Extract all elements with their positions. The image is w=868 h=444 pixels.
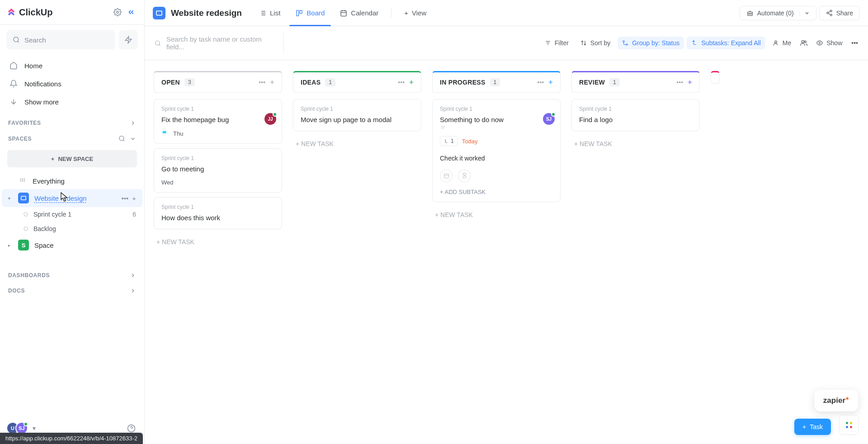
subtask-count[interactable]: 1 xyxy=(440,136,458,146)
section-docs[interactable]: DOCS xyxy=(0,283,144,298)
nav-show-more[interactable]: Show more xyxy=(5,93,140,111)
card-title: Move sign up page to a modal xyxy=(301,115,414,124)
caret-right-icon[interactable]: ▸ xyxy=(8,243,13,248)
section-dashboards[interactable]: DASHBOARDS xyxy=(0,268,144,283)
card-breadcrumb: Sprint cycle 1 xyxy=(440,106,553,112)
assignee-avatar[interactable]: SJ xyxy=(543,113,555,125)
section-spaces[interactable]: SPACES xyxy=(0,131,144,146)
column-more-icon[interactable]: ••• xyxy=(398,79,405,86)
task-card[interactable]: Sprint cycle 1 Something to do now SJ 1 … xyxy=(432,99,561,202)
column-header[interactable]: REVIEW 1 ••• + xyxy=(571,71,700,93)
zapier-widget[interactable]: zapier✶ xyxy=(814,390,858,411)
list-sprint-cycle-1[interactable]: Sprint cycle 1 6 xyxy=(0,207,144,222)
space-more-icon[interactable]: ••• xyxy=(121,194,128,202)
column-more-icon[interactable]: ••• xyxy=(676,79,683,86)
tab-list[interactable]: List xyxy=(253,5,287,21)
task-card[interactable]: Sprint cycle 1 Move sign up page to a mo… xyxy=(293,99,421,131)
column-add-icon[interactable]: + xyxy=(270,78,274,87)
add-view-button[interactable]: + View xyxy=(398,5,433,21)
column-more-icon[interactable]: ••• xyxy=(537,79,544,86)
chevron-right-icon xyxy=(130,272,136,279)
column-header[interactable]: IN PROGRESS 1 ••• + xyxy=(432,71,561,93)
task-card[interactable]: Sprint cycle 1 Go to meeting Wed xyxy=(154,148,282,193)
task-card[interactable]: Sprint cycle 1 Fix the homepage bug JJ T… xyxy=(154,99,282,144)
card-title: Something to do now xyxy=(440,116,504,123)
list-icon xyxy=(259,9,266,17)
chevron-down-icon[interactable] xyxy=(799,10,810,16)
tab-board[interactable]: Board xyxy=(289,5,331,21)
board: OPEN 3 ••• + Sprint cycle 1 Fix the home… xyxy=(145,60,868,444)
settings-icon[interactable] xyxy=(111,5,124,19)
flag-icon[interactable] xyxy=(161,130,169,137)
space-space[interactable]: ▸ S Space xyxy=(2,236,142,254)
space-add-icon[interactable]: + xyxy=(132,194,136,202)
priority-icon[interactable] xyxy=(440,124,553,131)
column-more-icon[interactable]: ••• xyxy=(259,79,265,86)
sort-icon xyxy=(580,40,587,46)
space-website-redesign[interactable]: ▾ Website redesign ••• + xyxy=(2,189,142,207)
card-breadcrumb: Sprint cycle 1 xyxy=(161,106,274,112)
more-toolbar-icon[interactable]: ••• xyxy=(849,37,860,49)
collapse-sidebar-icon[interactable] xyxy=(124,5,138,19)
sort-button[interactable]: Sort by xyxy=(576,37,615,49)
column-add-icon[interactable]: + xyxy=(548,78,553,87)
group-by-button[interactable]: Group by: Status xyxy=(618,37,684,49)
due-date[interactable]: Wed xyxy=(161,179,174,186)
chevron-down-icon[interactable]: ▾ xyxy=(33,425,36,432)
logo-text: ClickUp xyxy=(19,7,52,18)
create-task-fab[interactable]: + Task xyxy=(794,419,831,435)
list-backlog[interactable]: Backlog xyxy=(0,222,144,236)
add-date-icon[interactable] xyxy=(440,170,453,182)
column-count: 1 xyxy=(490,78,500,86)
search-spaces-icon[interactable] xyxy=(118,135,125,142)
users-icon xyxy=(800,39,807,47)
task-card[interactable]: Sprint cycle 1 How does this work xyxy=(154,197,282,229)
search-input[interactable]: Search xyxy=(6,30,115,49)
logo[interactable]: ClickUp xyxy=(6,7,52,18)
chevron-down-icon[interactable] xyxy=(130,136,136,142)
calendar-icon xyxy=(340,9,347,17)
column-header[interactable] xyxy=(711,71,720,84)
tab-calendar[interactable]: Calendar xyxy=(334,5,385,21)
subtask-title[interactable]: Check it worked xyxy=(440,154,553,163)
show-button[interactable]: Show xyxy=(812,37,847,49)
me-button[interactable]: Me xyxy=(768,37,796,49)
due-date[interactable]: Today xyxy=(462,138,478,145)
svg-point-38 xyxy=(623,41,625,43)
new-task-button[interactable]: + NEW TASK xyxy=(571,136,700,152)
task-search-input[interactable]: Search by task name or custom field... xyxy=(153,33,284,53)
new-task-button[interactable]: + NEW TASK xyxy=(293,136,421,152)
column-header[interactable]: OPEN 3 ••• + xyxy=(154,71,282,93)
home-icon xyxy=(9,61,18,70)
assignee-avatar[interactable]: JJ xyxy=(264,113,276,125)
new-task-button[interactable]: + NEW TASK xyxy=(432,207,561,223)
nav-notifications[interactable]: Notifications xyxy=(5,75,140,93)
column-header[interactable]: IDEAS 1 ••• + xyxy=(293,71,421,93)
svg-point-41 xyxy=(802,41,804,43)
subtasks-button[interactable]: Subtasks: Expand All xyxy=(687,37,765,49)
add-time-icon[interactable] xyxy=(458,170,471,182)
svg-point-1 xyxy=(14,37,19,42)
share-button[interactable]: Share xyxy=(819,6,860,20)
due-date[interactable]: Thu xyxy=(173,130,183,137)
new-task-button[interactable]: + NEW TASK xyxy=(154,234,282,250)
apps-fab[interactable] xyxy=(839,415,859,435)
filter-icon xyxy=(545,40,551,46)
space-everything[interactable]: Everything xyxy=(2,173,142,189)
new-space-button[interactable]: + NEW SPACE xyxy=(7,150,137,167)
column-add-icon[interactable]: + xyxy=(409,78,414,87)
svg-line-33 xyxy=(828,11,830,12)
clickup-logo-icon xyxy=(6,7,16,17)
automate-button[interactable]: Automate (0) xyxy=(740,6,816,20)
search-icon xyxy=(155,40,161,47)
filter-button[interactable]: Filter xyxy=(540,37,573,49)
task-card[interactable]: Sprint cycle 1 Find a logo xyxy=(571,99,700,131)
quick-action-button[interactable] xyxy=(119,30,138,49)
caret-down-icon[interactable]: ▾ xyxy=(8,196,13,201)
section-favorites[interactable]: FAVORITES xyxy=(0,115,144,131)
column-add-icon[interactable]: + xyxy=(688,78,692,87)
add-subtask-button[interactable]: + ADD SUBTASK xyxy=(440,189,553,195)
nav-home[interactable]: Home xyxy=(5,57,140,75)
card-title: Fix the homepage bug xyxy=(161,115,274,124)
assignees-button[interactable] xyxy=(798,37,809,49)
